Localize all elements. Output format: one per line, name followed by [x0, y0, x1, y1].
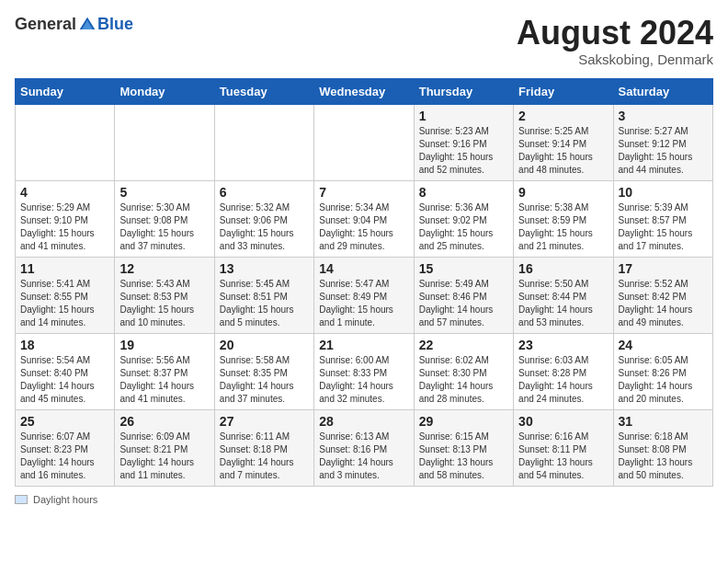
calendar-day-cell: 15Sunrise: 5:49 AMSunset: 8:46 PMDayligh…	[414, 257, 513, 333]
calendar-day-header: Friday	[514, 78, 613, 104]
day-info: Sunrise: 5:34 AMSunset: 9:04 PMDaylight:…	[319, 201, 408, 253]
calendar-day-cell: 29Sunrise: 6:15 AMSunset: 8:13 PMDayligh…	[414, 409, 513, 486]
day-info: Sunrise: 6:18 AMSunset: 8:08 PMDaylight:…	[619, 431, 708, 482]
day-info: Sunrise: 6:09 AMSunset: 8:21 PMDaylight:…	[119, 431, 209, 482]
day-number: 8	[419, 185, 508, 200]
calendar-day-cell: 19Sunrise: 5:56 AMSunset: 8:37 PMDayligh…	[115, 333, 214, 409]
day-number: 27	[220, 414, 309, 429]
location-subtitle: Sakskobing, Denmark	[517, 52, 713, 67]
day-info: Sunrise: 5:58 AMSunset: 8:35 PMDaylight:…	[220, 354, 309, 406]
day-number: 14	[319, 261, 408, 276]
calendar-day-cell: 27Sunrise: 6:11 AMSunset: 8:18 PMDayligh…	[214, 409, 313, 486]
calendar-day-cell: 1Sunrise: 5:23 AMSunset: 9:16 PMDaylight…	[414, 104, 513, 180]
day-info: Sunrise: 5:47 AMSunset: 8:49 PMDaylight:…	[319, 278, 408, 329]
day-number: 10	[619, 185, 708, 200]
day-number: 7	[319, 185, 408, 200]
day-number: 15	[419, 261, 508, 276]
day-info: Sunrise: 6:05 AMSunset: 8:26 PMDaylight:…	[619, 354, 708, 406]
day-info: Sunrise: 5:43 AMSunset: 8:53 PMDaylight:…	[119, 278, 209, 329]
calendar-day-cell: 13Sunrise: 5:45 AMSunset: 8:51 PMDayligh…	[214, 257, 313, 333]
day-number: 3	[619, 109, 708, 123]
day-number: 5	[119, 185, 209, 200]
day-info: Sunrise: 5:41 AMSunset: 8:55 PMDaylight:…	[20, 278, 109, 329]
page-header: General Blue August 2024 Sakskobing, Den…	[15, 15, 713, 67]
calendar-table: SundayMondayTuesdayWednesdayThursdayFrid…	[15, 78, 713, 487]
calendar-day-cell: 28Sunrise: 6:13 AMSunset: 8:16 PMDayligh…	[314, 409, 414, 486]
calendar-day-cell	[214, 104, 313, 180]
day-info: Sunrise: 5:32 AMSunset: 9:06 PMDaylight:…	[220, 201, 309, 253]
calendar-day-header: Sunday	[16, 78, 115, 104]
day-number: 4	[20, 185, 109, 200]
day-info: Sunrise: 5:56 AMSunset: 8:37 PMDaylight:…	[119, 354, 209, 406]
day-number: 1	[419, 109, 508, 123]
calendar-day-header: Saturday	[613, 78, 712, 104]
calendar-day-cell: 3Sunrise: 5:27 AMSunset: 9:12 PMDaylight…	[613, 104, 712, 180]
logo-general: General	[15, 15, 76, 34]
calendar-day-cell: 4Sunrise: 5:29 AMSunset: 9:10 PMDaylight…	[16, 180, 115, 257]
month-year-title: August 2024	[517, 15, 713, 52]
day-info: Sunrise: 6:16 AMSunset: 8:11 PMDaylight:…	[518, 431, 608, 482]
logo-icon	[78, 16, 97, 34]
calendar-week-row: 18Sunrise: 5:54 AMSunset: 8:40 PMDayligh…	[16, 333, 713, 409]
day-number: 25	[20, 414, 109, 429]
legend-box	[15, 495, 28, 504]
day-info: Sunrise: 6:07 AMSunset: 8:23 PMDaylight:…	[20, 431, 109, 482]
logo-blue: Blue	[97, 15, 133, 34]
day-info: Sunrise: 5:49 AMSunset: 8:46 PMDaylight:…	[419, 278, 508, 329]
legend: Daylight hours	[15, 494, 713, 505]
calendar-week-row: 1Sunrise: 5:23 AMSunset: 9:16 PMDaylight…	[16, 104, 713, 180]
calendar-day-cell: 8Sunrise: 5:36 AMSunset: 9:02 PMDaylight…	[414, 180, 513, 257]
day-number: 24	[619, 338, 708, 352]
day-info: Sunrise: 6:15 AMSunset: 8:13 PMDaylight:…	[419, 431, 508, 482]
day-info: Sunrise: 6:00 AMSunset: 8:33 PMDaylight:…	[319, 354, 408, 406]
calendar-day-cell: 22Sunrise: 6:02 AMSunset: 8:30 PMDayligh…	[414, 333, 513, 409]
day-number: 30	[518, 414, 608, 429]
day-number: 18	[20, 338, 109, 352]
day-number: 22	[419, 338, 508, 352]
day-number: 23	[518, 338, 608, 352]
calendar-day-cell: 21Sunrise: 6:00 AMSunset: 8:33 PMDayligh…	[314, 333, 414, 409]
calendar-day-cell: 5Sunrise: 5:30 AMSunset: 9:08 PMDaylight…	[115, 180, 214, 257]
calendar-day-cell: 7Sunrise: 5:34 AMSunset: 9:04 PMDaylight…	[314, 180, 414, 257]
calendar-day-cell: 6Sunrise: 5:32 AMSunset: 9:06 PMDaylight…	[214, 180, 313, 257]
day-number: 20	[220, 338, 309, 352]
calendar-day-header: Monday	[115, 78, 214, 104]
day-number: 29	[419, 414, 508, 429]
day-number: 26	[119, 414, 209, 429]
day-info: Sunrise: 5:54 AMSunset: 8:40 PMDaylight:…	[20, 354, 109, 406]
day-number: 11	[20, 261, 109, 276]
logo: General Blue	[15, 15, 133, 34]
calendar-day-cell: 25Sunrise: 6:07 AMSunset: 8:23 PMDayligh…	[16, 409, 115, 486]
calendar-week-row: 25Sunrise: 6:07 AMSunset: 8:23 PMDayligh…	[16, 409, 713, 486]
calendar-day-cell	[314, 104, 414, 180]
day-info: Sunrise: 5:36 AMSunset: 9:02 PMDaylight:…	[419, 201, 508, 253]
day-number: 21	[319, 338, 408, 352]
calendar-day-cell: 2Sunrise: 5:25 AMSunset: 9:14 PMDaylight…	[514, 104, 613, 180]
day-info: Sunrise: 5:45 AMSunset: 8:51 PMDaylight:…	[220, 278, 309, 329]
calendar-day-cell	[115, 104, 214, 180]
day-info: Sunrise: 6:11 AMSunset: 8:18 PMDaylight:…	[220, 431, 309, 482]
calendar-day-header: Tuesday	[214, 78, 313, 104]
day-number: 9	[518, 185, 608, 200]
calendar-day-cell: 14Sunrise: 5:47 AMSunset: 8:49 PMDayligh…	[314, 257, 414, 333]
day-info: Sunrise: 5:30 AMSunset: 9:08 PMDaylight:…	[119, 201, 209, 253]
calendar-day-cell: 18Sunrise: 5:54 AMSunset: 8:40 PMDayligh…	[16, 333, 115, 409]
calendar-day-cell	[16, 104, 115, 180]
legend-label: Daylight hours	[33, 494, 97, 505]
calendar-day-cell: 31Sunrise: 6:18 AMSunset: 8:08 PMDayligh…	[613, 409, 712, 486]
calendar-day-cell: 20Sunrise: 5:58 AMSunset: 8:35 PMDayligh…	[214, 333, 313, 409]
day-number: 17	[619, 261, 708, 276]
day-number: 16	[518, 261, 608, 276]
calendar-day-cell: 30Sunrise: 6:16 AMSunset: 8:11 PMDayligh…	[514, 409, 613, 486]
calendar-day-cell: 12Sunrise: 5:43 AMSunset: 8:53 PMDayligh…	[115, 257, 214, 333]
day-info: Sunrise: 5:38 AMSunset: 8:59 PMDaylight:…	[518, 201, 608, 253]
calendar-week-row: 4Sunrise: 5:29 AMSunset: 9:10 PMDaylight…	[16, 180, 713, 257]
calendar-day-cell: 26Sunrise: 6:09 AMSunset: 8:21 PMDayligh…	[115, 409, 214, 486]
calendar-day-cell: 17Sunrise: 5:52 AMSunset: 8:42 PMDayligh…	[613, 257, 712, 333]
day-number: 19	[119, 338, 209, 352]
day-number: 28	[319, 414, 408, 429]
calendar-day-cell: 24Sunrise: 6:05 AMSunset: 8:26 PMDayligh…	[613, 333, 712, 409]
day-info: Sunrise: 5:39 AMSunset: 8:57 PMDaylight:…	[619, 201, 708, 253]
day-info: Sunrise: 5:23 AMSunset: 9:16 PMDaylight:…	[419, 125, 508, 177]
day-number: 31	[619, 414, 708, 429]
